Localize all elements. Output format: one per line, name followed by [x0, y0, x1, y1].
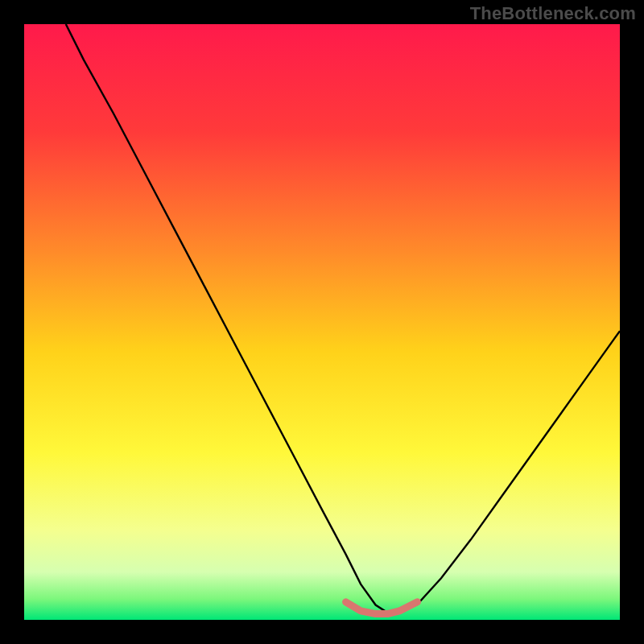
watermark-text: TheBottleneck.com	[470, 3, 636, 24]
plot-svg	[24, 24, 620, 620]
plot-area	[24, 24, 620, 620]
chart-frame: TheBottleneck.com	[0, 0, 644, 644]
